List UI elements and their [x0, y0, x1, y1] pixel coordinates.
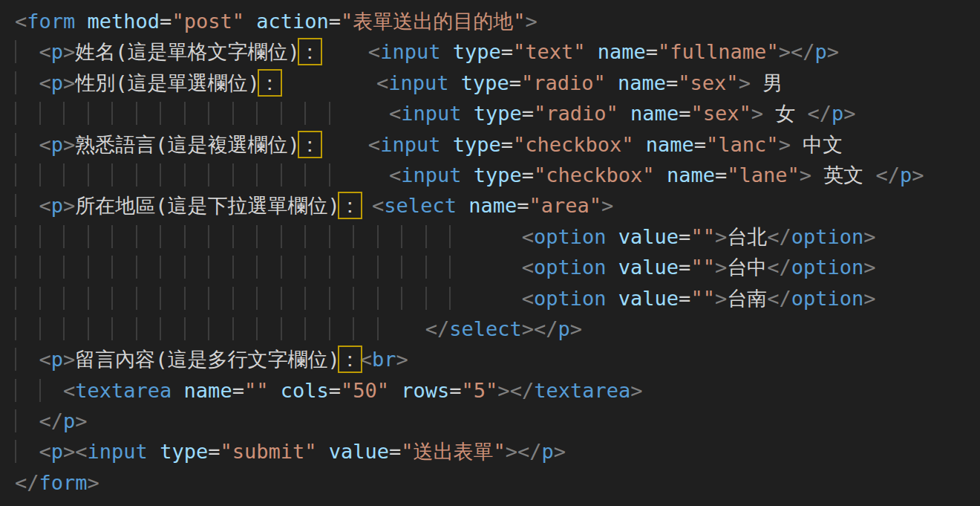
code-token: >: [779, 133, 791, 156]
code-token: [474, 287, 522, 310]
code-token: =: [329, 379, 341, 402]
code-token: [389, 379, 401, 402]
code-token: =: [522, 163, 534, 186]
code-token: [316, 440, 328, 463]
code-token: =: [160, 10, 172, 33]
code-token: rows: [401, 379, 449, 402]
code-token: =: [329, 10, 341, 33]
code-token: textarea: [534, 379, 630, 402]
code-token: name: [184, 379, 232, 402]
code-token: [360, 194, 372, 217]
code-token: select: [449, 317, 522, 340]
code-token: =: [501, 133, 513, 156]
code-editor[interactable]: <form method="post" action="表單送出的目的地"> <…: [0, 0, 980, 506]
code-token: <: [39, 194, 51, 217]
code-token: name: [468, 194, 517, 217]
code-token: <: [63, 379, 75, 402]
code-token: 所在地區(這是下拉選單欄位): [75, 194, 340, 217]
code-token: [148, 440, 160, 463]
code-token: [440, 40, 452, 63]
code-token: =: [509, 71, 521, 94]
code-token: >: [75, 409, 87, 432]
code-token: 英文: [811, 163, 876, 186]
code-token: >: [63, 40, 75, 63]
code-token: <: [39, 348, 51, 371]
code-token: </: [15, 471, 39, 494]
code-token: >: [506, 440, 517, 463]
code-token: "radio": [521, 71, 606, 94]
code-token: type: [474, 102, 522, 125]
code-token: =: [679, 225, 690, 248]
code-token: >: [526, 10, 538, 33]
code-token: [474, 225, 522, 248]
code-token: >: [800, 163, 811, 186]
indent-guides: [15, 379, 63, 402]
code-token: [634, 133, 646, 156]
code-token: [461, 102, 473, 125]
code-token: [586, 40, 598, 63]
code-token: input: [380, 40, 440, 63]
code-token: name: [618, 71, 666, 94]
code-token: </: [807, 102, 832, 125]
indent-guides: [15, 287, 474, 310]
code-token: </: [510, 379, 535, 402]
code-token: >: [715, 256, 727, 279]
code-token: 台中: [727, 256, 767, 279]
code-token: value: [329, 440, 389, 463]
code-token: "": [690, 256, 715, 279]
code-token: select: [384, 194, 457, 217]
code-token: method: [88, 10, 160, 33]
code-token: [280, 71, 376, 94]
code-token: >: [863, 256, 875, 279]
indent-guides: [15, 225, 474, 248]
code-token: =: [694, 133, 706, 156]
code-token: option: [534, 287, 607, 310]
code-token: name: [598, 40, 646, 63]
code-token: type: [474, 163, 522, 186]
code-token: value: [618, 256, 679, 279]
code-token: p: [51, 133, 63, 156]
code-token: p: [51, 71, 63, 94]
code-token: <: [389, 163, 401, 186]
code-token: input: [88, 440, 148, 463]
code-token: option: [791, 225, 864, 248]
code-token: <: [368, 40, 380, 63]
indent-guides: [15, 163, 353, 186]
code-token: name: [646, 133, 694, 156]
code-token: 性別(這是單選欄位): [75, 71, 260, 94]
code-token: input: [401, 102, 461, 125]
code-line: <p>留言內容(這是多行文字欄位)：<br>: [15, 344, 980, 374]
code-token: <: [376, 71, 388, 94]
code-token: [440, 133, 452, 156]
code-token: type: [453, 40, 501, 63]
code-token: "5": [462, 379, 498, 402]
code-token: p: [51, 40, 63, 63]
code-token: </: [39, 409, 64, 432]
code-token: p: [51, 440, 63, 463]
code-token: =: [232, 379, 244, 402]
code-token: "lane": [727, 163, 800, 186]
code-token: [268, 379, 280, 402]
code-token: p: [63, 409, 75, 432]
code-token: >: [522, 317, 534, 340]
code-token: type: [160, 440, 208, 463]
code-token: "submit": [220, 440, 316, 463]
code-token: br: [372, 348, 396, 371]
code-token: >: [570, 317, 582, 340]
code-token: <: [522, 256, 534, 279]
code-line: <input type="radio" name="sex"> 女 </p>: [15, 98, 980, 129]
code-token: >: [396, 348, 408, 371]
code-token: [320, 40, 368, 63]
indent-guides: [15, 40, 39, 63]
code-token: [75, 10, 87, 33]
code-token: >: [63, 194, 75, 217]
code-token: form: [39, 471, 88, 494]
code-token: >: [843, 102, 855, 125]
code-token: >: [827, 40, 839, 63]
code-token: "checkbox": [534, 163, 655, 186]
code-token: <: [372, 194, 384, 217]
code-token: "post": [172, 10, 244, 33]
code-token: "fullname": [658, 40, 779, 63]
code-line: <p>所在地區(這是下拉選單欄位)： <select name="area">: [15, 190, 980, 221]
code-token: [401, 317, 425, 340]
